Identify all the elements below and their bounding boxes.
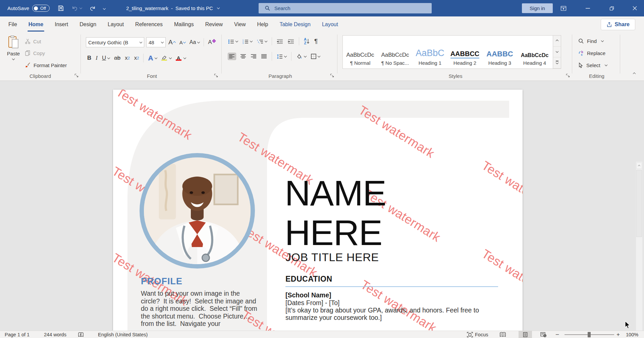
highlight-button[interactable] — [161, 56, 167, 61]
styles-dialog-launcher[interactable] — [566, 74, 571, 79]
education-heading[interactable]: EDUCATION — [285, 275, 332, 284]
autosave-toggle[interactable]: Off — [32, 5, 50, 12]
styles-scroll-down-icon[interactable] — [553, 47, 561, 58]
read-mode-button[interactable] — [499, 331, 506, 338]
style-h1[interactable]: AaBbCHeading 1 — [413, 36, 447, 68]
search-input[interactable] — [274, 5, 402, 11]
find-button[interactable]: Find — [578, 37, 603, 45]
align-left-button[interactable] — [228, 53, 236, 60]
tab-mailings[interactable]: Mailings — [168, 16, 200, 33]
paste-dropdown-icon[interactable] — [12, 57, 15, 60]
strikethrough-button[interactable]: ab — [114, 55, 120, 61]
increase-indent-button[interactable] — [288, 39, 294, 44]
tab-review[interactable]: Review — [200, 16, 228, 33]
scroll-up-icon[interactable] — [636, 162, 642, 169]
multilevel-list-button[interactable]: 1ai — [257, 39, 267, 44]
undo-icon[interactable] — [71, 5, 82, 11]
redo-icon[interactable] — [89, 5, 96, 11]
style-h2[interactable]: AABBCCHeading 2 — [447, 36, 482, 68]
ribbon-display-options-icon[interactable] — [554, 0, 573, 16]
tab-file[interactable]: File — [3, 16, 23, 33]
autosave-control[interactable]: AutoSave Off — [7, 5, 50, 12]
scrollbar-thumb[interactable] — [636, 170, 642, 237]
zoom-in-button[interactable]: + — [616, 331, 620, 338]
clear-formatting-button[interactable]: A — [208, 39, 215, 46]
web-layout-button[interactable] — [540, 331, 547, 338]
tab-home[interactable]: Home — [23, 16, 49, 33]
change-case-button[interactable]: Aa — [190, 39, 200, 45]
bullets-button[interactable] — [228, 39, 238, 44]
grow-font-button[interactable]: A — [168, 39, 175, 46]
tab-insert[interactable]: Insert — [49, 16, 74, 33]
tab-view[interactable]: View — [228, 16, 251, 33]
share-button[interactable]: Share — [601, 19, 635, 30]
style-h3[interactable]: AABBCHeading 3 — [482, 36, 517, 68]
zoom-slider-thumb[interactable] — [588, 332, 591, 337]
document-title[interactable]: 2_tiling_watermark - Saved to this PC — [126, 5, 219, 11]
document-page[interactable]: NAME HERE JOB TITLE HERE PROFILE Want to… — [113, 90, 523, 331]
sign-in-button[interactable]: Sign in — [522, 3, 553, 13]
paste-button[interactable]: Paste — [4, 35, 23, 73]
zoom-level[interactable]: 100% — [626, 331, 638, 338]
italic-button[interactable]: I — [96, 55, 98, 61]
tab-layout-table[interactable]: Layout — [316, 16, 344, 33]
align-center-button[interactable] — [240, 54, 246, 59]
title-dropdown-icon[interactable] — [217, 6, 220, 9]
style-nospace[interactable]: AaBbCcDc¶ No Spac... — [378, 36, 413, 68]
profile-body-text[interactable]: Want to put your own image in the circle… — [141, 290, 260, 328]
tab-help[interactable]: Help — [251, 16, 274, 33]
customize-qat-icon[interactable] — [103, 7, 105, 9]
text-effects-button[interactable]: A — [148, 54, 157, 62]
close-button[interactable] — [625, 0, 644, 16]
justify-button[interactable] — [261, 54, 267, 59]
format-painter-button[interactable]: Format Painter — [25, 60, 67, 70]
clipboard-dialog-launcher[interactable] — [74, 74, 79, 79]
minimize-button[interactable] — [578, 0, 597, 16]
numbering-button[interactable]: 123 — [243, 39, 252, 44]
collapse-ribbon-icon[interactable] — [630, 70, 639, 78]
profile-heading[interactable]: PROFILE — [141, 276, 182, 287]
underline-button[interactable]: U — [102, 55, 110, 61]
select-button[interactable]: Select — [578, 61, 607, 69]
font-name-combo[interactable]: Century Gothic (B — [86, 37, 144, 47]
proofing-status-icon[interactable] — [78, 331, 84, 338]
shrink-font-button[interactable]: A — [179, 40, 185, 45]
focus-button[interactable]: Focus — [467, 331, 488, 338]
copy-button[interactable]: Copy — [25, 48, 45, 58]
font-color-button[interactable]: A — [176, 56, 181, 61]
styles-scroll-up-icon[interactable] — [553, 36, 561, 47]
styles-more-icon[interactable] — [553, 57, 561, 68]
education-dates[interactable]: [Dates From] - [To] — [285, 299, 339, 307]
name-heading[interactable]: NAME HERE — [285, 174, 478, 252]
align-right-button[interactable] — [251, 54, 257, 59]
education-note[interactable]: [It’s okay to brag about your GPA, award… — [285, 306, 489, 321]
page-indicator[interactable]: Page 1 of 1 — [5, 331, 30, 338]
shading-button[interactable] — [296, 54, 306, 59]
vertical-scrollbar[interactable] — [636, 162, 642, 331]
style-normal[interactable]: AaBbCcDc¶ Normal — [343, 36, 378, 68]
bold-button[interactable]: B — [87, 55, 91, 61]
tab-design[interactable]: Design — [74, 16, 102, 33]
style-h4[interactable]: AaBbCcDcHeading 4 — [517, 36, 552, 68]
decrease-indent-button[interactable] — [277, 39, 283, 44]
subscript-button[interactable]: x2 — [125, 55, 130, 61]
tab-references[interactable]: References — [129, 16, 168, 33]
replace-button[interactable]: bc Replace — [578, 49, 605, 57]
paragraph-dialog-launcher[interactable] — [330, 74, 335, 79]
sort-button[interactable]: AZ — [304, 38, 310, 45]
tab-layout[interactable]: Layout — [102, 16, 129, 33]
tab-table-design[interactable]: Table Design — [274, 16, 316, 33]
profile-photo[interactable] — [140, 153, 255, 269]
font-size-combo[interactable]: 48 — [146, 37, 166, 47]
language-indicator[interactable]: English (United States) — [98, 331, 148, 338]
line-spacing-button[interactable] — [277, 54, 286, 59]
search-box[interactable] — [259, 3, 432, 13]
borders-button[interactable] — [311, 54, 320, 59]
show-formatting-marks-button[interactable]: ¶ — [314, 38, 318, 45]
restore-button[interactable] — [602, 0, 621, 16]
job-title-heading[interactable]: JOB TITLE HERE — [285, 251, 379, 264]
education-school-name[interactable]: [School Name] — [285, 291, 331, 299]
zoom-out-button[interactable]: − — [555, 331, 559, 338]
cut-button[interactable]: Cut — [25, 37, 41, 46]
superscript-button[interactable]: x2 — [134, 55, 139, 61]
